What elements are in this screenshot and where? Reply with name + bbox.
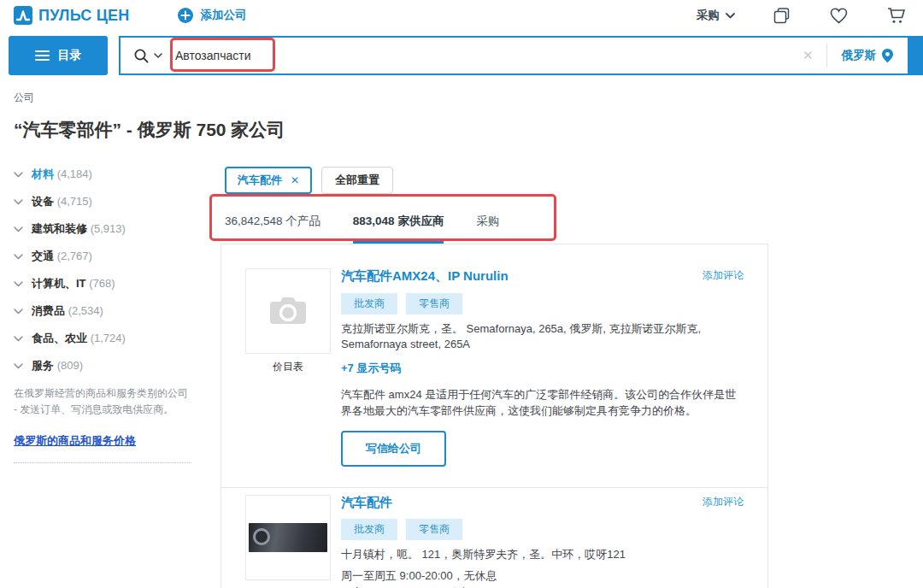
- chevron-down-icon: [14, 254, 23, 260]
- cart-icon[interactable]: [886, 6, 906, 25]
- clear-search-icon[interactable]: ✕: [790, 48, 826, 63]
- sidebar-item-materials[interactable]: 材料 (4,184): [14, 167, 220, 182]
- tab-products[interactable]: 36,842,548 个产品: [225, 214, 320, 244]
- add-company-label: 添加公司: [201, 8, 247, 23]
- page: ПУЛЬС ЦЕН 添加公司 采购: [0, 0, 923, 588]
- company-media: 价目表: [245, 268, 331, 467]
- sidebar-item-transport[interactable]: 交通 (2,767): [14, 249, 220, 264]
- company-card: 价目表 汽车配件AMX24、IP Nurulin 添加评论 批发商 零售商: [221, 244, 767, 487]
- sidebar-item-equipment[interactable]: 设备 (4,715): [14, 194, 220, 209]
- company-logo-image: [249, 523, 327, 552]
- company-description: 汽车配件 amx24 是适用于任何汽车的广泛零部件经销商。该公司的合作伙伴是世界…: [341, 386, 744, 419]
- company-media: 价目表: [245, 495, 331, 588]
- filter-chips-row: 汽车配件 ✕ 全部重置: [220, 167, 768, 194]
- chevron-down-icon: [14, 309, 23, 315]
- search-row: 目录 ✕ 俄罗斯: [0, 31, 923, 75]
- tab-suppliers[interactable]: 883,048 家供应商: [353, 214, 444, 244]
- page-title: “汽车零部件” - 俄罗斯 750 家公司: [14, 118, 923, 142]
- sidebar-item-consumer-goods[interactable]: 消费品 (2,534): [14, 303, 220, 319]
- chevron-down-icon: [726, 13, 735, 19]
- company-address: 克拉斯诺亚尔斯克，圣。 Semafornaya, 265a, 俄罗斯, 克拉斯诺…: [341, 321, 744, 352]
- sidebar-prices-link[interactable]: 俄罗斯的商品和服务价格: [14, 433, 136, 449]
- location-pin-icon: [882, 49, 893, 62]
- hours-weekdays: 周一至周五 9:00-20:00，无休息: [341, 567, 744, 585]
- compare-icon[interactable]: [773, 6, 791, 25]
- search-category-selector[interactable]: [121, 48, 172, 64]
- sidebar-note: 在俄罗斯经营的商品和服务类别的公司 - 发送订单、写消息或致电供应商。: [14, 385, 220, 418]
- catalog-button[interactable]: 目录: [9, 36, 108, 75]
- reset-all-button[interactable]: 全部重置: [321, 167, 393, 194]
- hamburger-icon: [35, 50, 50, 61]
- show-phone-link[interactable]: +7 显示号码: [341, 361, 744, 376]
- chevron-down-icon: [14, 363, 23, 369]
- chevron-down-icon: [154, 53, 162, 58]
- procurement-menu[interactable]: 采购: [697, 8, 735, 23]
- company-badges: 批发商 零售商: [341, 519, 744, 540]
- company-name-link[interactable]: 汽车配件AMX24、IP Nurulin: [341, 268, 509, 285]
- category-sidebar: 材料 (4,184) 设备 (4,715) 建筑和装修 (5,913) 交通 (…: [14, 167, 220, 588]
- hours-saturday: 周六 10:00-19:00，无休息: [341, 585, 744, 588]
- add-company-button[interactable]: 添加公司: [178, 8, 247, 23]
- logo-pulse-icon: [14, 6, 32, 25]
- tab-procurement[interactable]: 采购: [476, 214, 499, 244]
- badge-retailer: 零售商: [406, 293, 462, 315]
- company-address: 十月镇村，呃。 121，奥斯特罗夫齐，圣。中环，哎呀121: [341, 547, 744, 562]
- badge-wholesaler: 批发商: [341, 293, 397, 315]
- content: 公司 “汽车零部件” - 俄罗斯 750 家公司 材料 (4,184) 设备 (…: [0, 75, 923, 588]
- badge-wholesaler: 批发商: [341, 519, 397, 540]
- favorites-heart-icon[interactable]: [829, 7, 849, 25]
- chevron-down-icon: [14, 199, 23, 205]
- badge-retailer: 零售商: [406, 519, 462, 540]
- company-name-link[interactable]: 汽车配件: [341, 495, 392, 511]
- breadcrumb[interactable]: 公司: [14, 91, 923, 105]
- gauge-icon: [253, 528, 270, 545]
- top-bar-right: 采购: [697, 6, 906, 25]
- company-badges: 批发商 零售商: [341, 293, 744, 315]
- sidebar-item-services[interactable]: 服务 (809): [14, 358, 220, 373]
- search-submit-button[interactable]: [908, 38, 921, 74]
- chevron-down-icon: [14, 281, 23, 287]
- region-selector[interactable]: 俄罗斯: [827, 48, 908, 63]
- price-list-link[interactable]: 价目表: [245, 360, 331, 374]
- add-review-link[interactable]: 添加评论: [703, 495, 744, 509]
- write-to-company-button[interactable]: 写信给公司: [341, 431, 446, 467]
- camera-icon: [268, 295, 308, 327]
- procurement-label: 采购: [697, 8, 720, 23]
- results-tabs: 36,842,548 个产品 883,048 家供应商 采购: [220, 214, 768, 244]
- working-hours: 周一至周五 9:00-20:00，无休息 周六 10:00-19:00，无休息 …: [341, 567, 744, 588]
- results-main: 汽车配件 ✕ 全部重置 36,842,548 个产品 883,048 家供应商 …: [220, 167, 768, 588]
- sidebar-item-food-agriculture[interactable]: 食品、农业 (1,724): [14, 331, 220, 346]
- sidebar-item-construction[interactable]: 建筑和装修 (5,913): [14, 221, 220, 237]
- search-icon: [133, 48, 150, 64]
- company-card: 价目表 汽车配件 添加评论 批发商 零售商 十月镇村，呃。 121，奥斯: [221, 487, 767, 588]
- search-input[interactable]: [172, 49, 790, 62]
- tab-underline: [353, 240, 444, 244]
- chevron-down-icon: [14, 336, 23, 342]
- catalog-button-label: 目录: [58, 48, 82, 63]
- company-photo[interactable]: [245, 495, 331, 580]
- region-label: 俄罗斯: [842, 48, 877, 63]
- filter-chip-label: 汽车配件: [238, 173, 282, 188]
- filter-chip-auto-parts[interactable]: 汽车配件 ✕: [225, 167, 312, 194]
- company-photo-placeholder[interactable]: [245, 268, 331, 354]
- search-bar: ✕ 俄罗斯: [119, 36, 923, 75]
- company-info: 汽车配件AMX24、IP Nurulin 添加评论 批发商 零售商 克拉斯诺亚尔…: [341, 268, 744, 467]
- divider: [14, 462, 191, 463]
- company-results-list: 价目表 汽车配件AMX24、IP Nurulin 添加评论 批发商 零售商: [220, 244, 768, 588]
- chevron-down-icon: [14, 172, 23, 178]
- chip-close-icon[interactable]: ✕: [291, 174, 299, 186]
- company-info: 汽车配件 添加评论 批发商 零售商 十月镇村，呃。 121，奥斯特罗夫齐，圣。中…: [341, 495, 744, 588]
- plus-circle-icon: [178, 8, 193, 23]
- chevron-down-icon: [14, 226, 23, 232]
- top-bar: ПУЛЬС ЦЕН 添加公司 采购: [0, 0, 923, 31]
- logo[interactable]: ПУЛЬС ЦЕН: [14, 6, 130, 25]
- add-review-link[interactable]: 添加评论: [703, 268, 744, 283]
- sidebar-item-computers-it[interactable]: 计算机、IT (768): [14, 276, 220, 291]
- logo-text: ПУЛЬС ЦЕН: [38, 7, 130, 25]
